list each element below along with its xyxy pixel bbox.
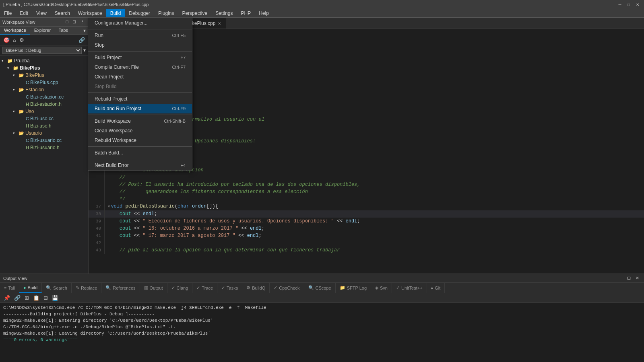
output-tab-trace[interactable]: ✓ Trace — [192, 283, 217, 293]
menu-plugins[interactable]: Plugins — [154, 9, 178, 17]
tree-item-bikeplus-cpp[interactable]: C BikePlus.cpp — [0, 79, 88, 86]
tree-item-uso[interactable]: ▾ 📂 Uso — [0, 108, 88, 115]
menu-view[interactable]: View — [32, 9, 51, 17]
tab-close-bikeplus[interactable]: ✕ — [218, 21, 221, 26]
menu-entry-config-manager[interactable]: Configuration Manager... — [88, 18, 192, 28]
menu-entry-build-project[interactable]: Build Project F7 — [88, 53, 192, 62]
cpp-file-icon: C — [26, 80, 29, 85]
menu-help[interactable]: Help — [255, 9, 273, 17]
menu-label-next-error: Next Build Error — [95, 162, 129, 168]
output-save-btn[interactable]: 💾 — [51, 294, 60, 302]
output-tab-unittest[interactable]: ✓ UnitTest++ — [392, 283, 427, 293]
menu-entry-clean-project[interactable]: Clean Project — [88, 72, 192, 82]
close-button[interactable]: ✕ — [634, 1, 641, 8]
output-tab-buildq[interactable]: ⚙ BuildQ — [242, 283, 270, 293]
menu-entry-batch-build[interactable]: Batch Build... — [88, 148, 192, 158]
output-tab-tail[interactable]: ≡ Tail — [0, 283, 19, 293]
menu-entry-stop-build: Stop Build — [88, 82, 192, 91]
output-tab-tasks[interactable]: ✓ Tasks — [217, 283, 242, 293]
sidebar-tab-more[interactable]: ▾ — [81, 27, 88, 34]
tree-item-prueba[interactable]: ▾ 📁 Prueba — [0, 57, 88, 64]
output-tab-search[interactable]: 🔍 Search — [42, 283, 72, 293]
tab-label-cppcheck: CppCheck — [279, 286, 299, 290]
ws-icon-2[interactable]: ⊡ — [71, 19, 77, 25]
tree-item-usuario[interactable]: ▾ 📂 Usuario — [0, 130, 88, 137]
output-tab-build[interactable]: ● Build — [19, 283, 42, 293]
output-line: ----------Building project:[ BikePlus - … — [3, 311, 641, 317]
output-wrap-btn[interactable]: ⊞ — [23, 294, 30, 302]
output-tab-references[interactable]: 🔍 References — [101, 283, 140, 293]
output-tab-git[interactable]: ♦ Git — [427, 283, 445, 293]
menu-entry-build-run[interactable]: Build and Run Project Ctrl-F9 — [88, 104, 192, 113]
menu-label-stop-build: Stop Build — [95, 84, 117, 89]
menu-settings[interactable]: Settings — [211, 9, 237, 17]
menu-entry-stop[interactable]: Stop — [88, 40, 192, 50]
menu-entry-rebuild-project[interactable]: Rebuild Project — [88, 94, 192, 104]
tree-item-estacion[interactable]: ▾ 📂 Estacion — [0, 86, 88, 93]
link-icon[interactable]: 🔗 — [78, 36, 86, 44]
cc-file-icon-2: C — [26, 116, 29, 121]
menu-debugger[interactable]: Debugger — [125, 9, 154, 17]
menu-entry-run[interactable]: Run Ctrl-F5 — [88, 31, 192, 40]
output-link-btn[interactable]: 🔗 — [13, 294, 22, 302]
build-config-select[interactable]: BikePlus :: Debug — [2, 47, 82, 54]
menu-search[interactable]: Search — [51, 9, 74, 17]
ws-icon-1[interactable]: □ — [64, 19, 70, 25]
output-pin-btn[interactable]: 📌 — [2, 294, 11, 302]
tree-item-estacion-h[interactable]: H Bizi-estacion.h — [0, 101, 88, 108]
menu-entry-rebuild-workspace[interactable]: Rebuild Workspace — [88, 136, 192, 145]
output-copy-btn[interactable]: 📋 — [32, 294, 41, 302]
menu-perspective[interactable]: Perspective — [178, 9, 211, 17]
tab-label-svn: Svn — [380, 286, 388, 290]
output-tab-cscope[interactable]: 🔍 CScope — [304, 283, 336, 293]
minimize-button[interactable]: ─ — [617, 1, 623, 8]
output-tab-sftp[interactable]: 📁 SFTP Log — [336, 283, 371, 293]
tree-arrow-bikeplus: ▾ — [7, 66, 13, 70]
menu-entry-compile-file[interactable]: Compile Current File Ctrl-F7 — [88, 62, 192, 72]
settings-icon[interactable]: ⚙ — [19, 36, 25, 44]
sidebar-tab-tabs[interactable]: Tabs — [55, 27, 72, 35]
tree-item-usuario-h[interactable]: H Bizi-usuario.h — [0, 144, 88, 151]
menu-file[interactable]: File — [0, 9, 16, 17]
tree-item-uso-h[interactable]: H Bizi-uso.h — [0, 122, 88, 130]
menu-entry-clean-workspace[interactable]: Clean Workspace — [88, 126, 192, 136]
menu-label-build-run: Build and Run Project — [95, 106, 141, 111]
code-line-38: 38 cout << endl; — [89, 210, 644, 218]
sidebar-tab-workspace[interactable]: Workspace — [0, 27, 30, 35]
code-line: */ — [89, 195, 644, 203]
menu-entry-next-error[interactable]: Next Build Error F4 — [88, 160, 192, 170]
menu-workspace[interactable]: Workspace — [74, 9, 106, 17]
maximize-button[interactable]: □ — [625, 1, 632, 8]
new-file-icon[interactable]: 🎯 — [2, 36, 10, 44]
tree-item-bikeplus-folder[interactable]: ▾ 📂 BikePlus — [0, 72, 88, 79]
output-tab-clang[interactable]: ✓ Clang — [167, 283, 193, 293]
tree-item-bikeplus-root[interactable]: ▾ 📁 BikePlus — [0, 64, 88, 72]
sidebar-tab-explorer[interactable]: Explorer — [30, 27, 55, 35]
tree-item-uso-cc[interactable]: C Bizi-uso.cc — [0, 115, 88, 122]
tab-label-sftp: SFTP Log — [347, 286, 367, 290]
tree-label-uso-h: Bizi-uso.h — [30, 123, 52, 129]
config-dropdown-icon[interactable]: ▾ — [82, 47, 86, 53]
tab-label-output: Output — [150, 286, 163, 290]
menu-build[interactable]: Build — [106, 9, 125, 17]
output-tab-cppcheck[interactable]: ✓ CppCheck — [270, 283, 304, 293]
ws-icon-3[interactable]: ⋮ — [79, 19, 86, 25]
tree-arrow-bikeplus-f: ▾ — [13, 73, 19, 77]
tree-item-estacion-cc[interactable]: C Bizi-estacion.cc — [0, 93, 88, 101]
tree-arrow-uso: ▾ — [13, 109, 19, 113]
output-clear-btn[interactable]: ⊟ — [42, 294, 49, 302]
project-icon: 📁 — [7, 58, 13, 64]
menu-edit[interactable]: Edit — [16, 9, 32, 17]
cscope-icon: 🔍 — [308, 285, 314, 290]
output-expand-icon[interactable]: ⊡ — [625, 275, 632, 281]
output-close-icon[interactable]: ✕ — [634, 275, 641, 281]
menu-php[interactable]: PHP — [237, 9, 255, 17]
home-icon[interactable]: ⌂ — [12, 36, 17, 44]
tree-item-usuario-cc[interactable]: C Bizi-usuario.cc — [0, 137, 88, 144]
menu-entry-build-workspace[interactable]: Build Workspace Ctrl-Shift-B — [88, 116, 192, 126]
output-line: mingw32-make.exe[1]: Leaving directory '… — [3, 330, 641, 337]
cc-file-icon-3: C — [26, 138, 29, 143]
output-tab-replace[interactable]: ✎ Replace — [72, 283, 101, 293]
output-tab-output[interactable]: ▦ Output — [140, 283, 167, 293]
output-tab-svn[interactable]: ◈ Svn — [371, 283, 392, 293]
